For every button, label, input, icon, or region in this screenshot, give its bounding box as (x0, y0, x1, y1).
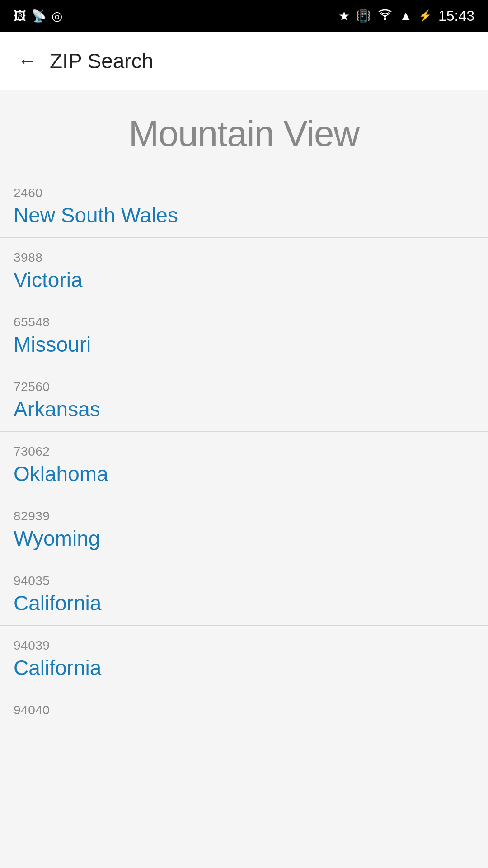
list-item[interactable]: 94040 (0, 690, 488, 730)
zip-code: 65548 (14, 315, 474, 330)
state-name: New South Wales (14, 203, 474, 227)
zip-code: 73062 (14, 444, 474, 459)
page-title: ZIP Search (50, 49, 153, 73)
list-item[interactable]: 65548 Missouri (0, 302, 488, 367)
bluetooth-icon: ★ (338, 9, 350, 24)
battery-icon: ⚡ (418, 9, 432, 22)
back-button[interactable]: ← (14, 47, 41, 75)
city-name: Mountain View (14, 113, 474, 155)
antenna-icon: 📡 (32, 9, 46, 23)
city-header: Mountain View (0, 90, 488, 173)
target-icon: ◎ (52, 9, 62, 24)
zip-code: 2460 (14, 186, 474, 200)
vibrate-icon: 📳 (356, 9, 371, 23)
app-bar: ← ZIP Search (0, 32, 488, 90)
back-arrow-icon: ← (18, 52, 37, 71)
zip-code: 94040 (14, 703, 474, 717)
zip-code: 3988 (14, 250, 474, 265)
status-bar-right: ★ 📳 ▲ ⚡ 15:43 (338, 8, 474, 24)
state-name: Wyoming (14, 526, 474, 551)
list-item[interactable]: 72560 Arkansas (0, 367, 488, 432)
state-name: California (14, 656, 474, 680)
list-item[interactable]: 73062 Oklahoma (0, 432, 488, 496)
svg-point-0 (384, 18, 386, 20)
state-name: California (14, 591, 474, 615)
zip-code: 82939 (14, 509, 474, 524)
list-item[interactable]: 94035 California (0, 561, 488, 626)
list-item[interactable]: 94039 California (0, 626, 488, 690)
zip-code: 94035 (14, 574, 474, 588)
list-item[interactable]: 2460 New South Wales (0, 173, 488, 238)
results-list: 2460 New South Wales 3988 Victoria 65548… (0, 173, 488, 730)
signal-icon: ▲ (399, 9, 412, 23)
status-time: 15:43 (438, 8, 474, 24)
state-name: Victoria (14, 268, 474, 292)
status-bar: 🖼 📡 ◎ ★ 📳 ▲ ⚡ 15:43 (0, 0, 488, 32)
list-item[interactable]: 3988 Victoria (0, 238, 488, 302)
state-name: Oklahoma (14, 462, 474, 486)
main-content: Mountain View 2460 New South Wales 3988 … (0, 90, 488, 730)
zip-code: 72560 (14, 380, 474, 394)
list-item[interactable]: 82939 Wyoming (0, 496, 488, 561)
status-bar-left: 🖼 📡 ◎ (14, 9, 62, 24)
state-name: Arkansas (14, 397, 474, 421)
image-icon: 🖼 (14, 9, 26, 24)
state-name: Missouri (14, 332, 474, 357)
zip-code: 94039 (14, 638, 474, 653)
wifi-icon (377, 8, 393, 24)
